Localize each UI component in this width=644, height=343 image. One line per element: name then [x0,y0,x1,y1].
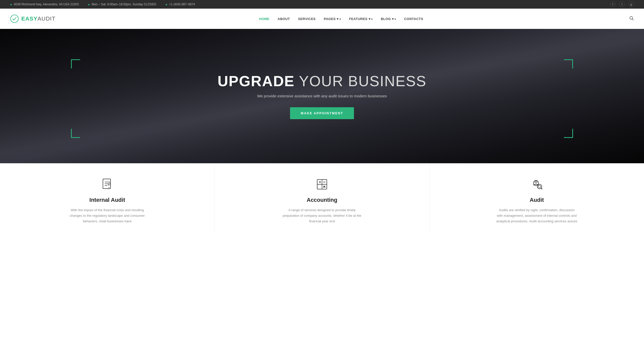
hero-subtitle: We provide extensive assistance with any… [218,94,426,98]
service-title-audit: Audit [445,197,629,203]
accounting-icon [315,177,329,191]
bracket-bottom-left [71,129,80,138]
service-title-internal-audit: Internal Audit [15,197,199,203]
logo-bold: EASY [21,15,38,22]
hours-text: Mon – Sat: 9:00am–18:00pm. Sunday CLOSED [92,3,156,6]
nav-link-home[interactable]: HOME [259,17,270,21]
twitter-icon[interactable]: t [619,2,625,7]
bracket-top-right [564,59,573,68]
top-bar-left: ● 6036 Richmond hwy, Alexandria, VA USA … [10,3,195,6]
service-card-internal-audit: Internal Audit With the impact of the fi… [0,163,215,234]
logo[interactable]: EASYAUDIT [10,14,56,23]
nav-item-services[interactable]: SERVICES [298,16,316,21]
hours-item: ● Mon – Sat: 9:00am–18:00pm. Sunday CLOS… [88,3,156,6]
nav-item-pages[interactable]: PAGES ▾ [324,16,341,21]
service-card-accounting: Accounting A range of services designed … [215,163,430,234]
bracket-top-left [71,59,80,68]
bracket-bottom-right [564,129,573,138]
social-links: f t g [610,2,634,7]
facebook-icon[interactable]: f [610,2,616,7]
svg-point-19 [535,181,537,183]
nav-link-about[interactable]: ABOUT [278,17,290,21]
internal-audit-icon [100,177,114,191]
address-text: 6036 Richmond hwy, Alexandria, VA USA 22… [14,3,79,6]
nav-link-pages[interactable]: PAGES ▾ [324,17,341,21]
nav-link-contacts[interactable]: CONTACTS [404,17,423,21]
appointment-button[interactable]: MAKE APPOINTMENT [290,107,354,119]
nav-item-blog[interactable]: BLOG ▾ [381,16,396,21]
hero-title-light: YOUR BUSINESS [295,73,426,89]
services-section: Internal Audit With the impact of the fi… [0,163,644,234]
nav-item-features[interactable]: FEATURES ▾ [349,16,373,21]
logo-icon [10,14,19,23]
hero-title: UPGRADE YOUR BUSINESS [218,73,426,89]
svg-point-22 [538,185,541,188]
nav-link-features[interactable]: FEATURES ▾ [349,17,373,21]
svg-line-8 [109,187,110,188]
service-desc-audit: Audits are verified by sight, confirmati… [496,207,577,224]
audit-icon [530,177,544,191]
clock-icon: ● [88,3,90,6]
logo-light: AUDIT [38,15,56,22]
hero-content: UPGRADE YOUR BUSINESS We provide extensi… [218,73,426,119]
nav-item-about[interactable]: ABOUT [278,16,290,21]
google-icon[interactable]: g [628,2,634,7]
phone-icon: ● [165,3,167,6]
nav-item-contacts[interactable]: CONTACTS [404,16,423,21]
hero-section: UPGRADE YOUR BUSINESS We provide extensi… [0,29,644,163]
nav-link-services[interactable]: SERVICES [298,17,316,21]
search-icon[interactable] [629,16,634,22]
logo-text: EASYAUDIT [21,15,56,22]
location-icon: ● [10,3,12,6]
service-card-audit: Audit Audits are verified by sight, conf… [430,163,644,234]
navbar: EASYAUDIT HOME ABOUT SERVICES PAGES ▾ FE… [0,9,644,29]
phone-text: +1 (409) 987–5874 [169,3,195,6]
service-title-accounting: Accounting [230,197,414,203]
svg-line-21 [541,188,542,189]
svg-point-0 [11,15,19,23]
service-desc-accounting: A range of services designed to provide … [281,207,363,224]
service-desc-internal-audit: With the impact of the financial crisis … [67,207,148,224]
phone-item: ● +1 (409) 987–5874 [165,3,195,6]
top-bar: ● 6036 Richmond hwy, Alexandria, VA USA … [0,0,644,9]
nav-link-blog[interactable]: BLOG ▾ [381,17,396,21]
address-item: ● 6036 Richmond hwy, Alexandria, VA USA … [10,3,79,6]
nav-item-home[interactable]: HOME [259,16,270,21]
nav-links: HOME ABOUT SERVICES PAGES ▾ FEATURES ▾ B… [259,16,423,21]
svg-line-2 [632,19,633,20]
hero-title-bold: UPGRADE [218,73,295,89]
